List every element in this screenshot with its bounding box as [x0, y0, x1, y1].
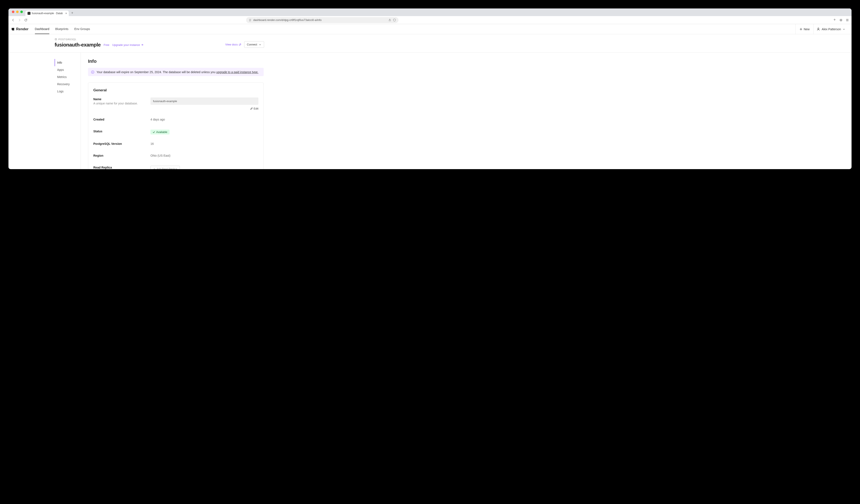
card-title: General	[93, 88, 258, 92]
name-desc: A unique name for your database.	[93, 102, 150, 105]
status-label: Status	[93, 130, 150, 133]
content: Info Your database will expire on Septem…	[81, 53, 851, 169]
maximize-window[interactable]	[20, 11, 23, 13]
info-icon	[91, 70, 95, 74]
external-link-icon	[239, 43, 241, 46]
main-nav: Dashboard Blueprints Env Groups	[35, 24, 90, 34]
sidebar-item-metrics[interactable]: Metrics	[55, 73, 81, 80]
chevron-down-icon	[259, 43, 261, 46]
arrow-right-icon	[141, 43, 144, 46]
upgrade-link-inline[interactable]: upgrade to a paid instance type.	[216, 70, 258, 74]
forward-button[interactable]	[17, 18, 22, 23]
tab-favicon	[28, 12, 30, 15]
created-label: Created	[93, 118, 150, 121]
sidebar-item-info[interactable]: Info	[55, 59, 81, 66]
sidebar-item-apps[interactable]: Apps	[55, 66, 81, 73]
region-label: Region	[93, 154, 150, 157]
alert-text: Your database will expire on September 2…	[97, 70, 258, 74]
browser-toolbar: dashboard.render.com/d/dpg-cr6ff1rqf0us7…	[9, 16, 851, 24]
page-title: Info	[88, 59, 264, 64]
created-value: 4 days ago	[150, 118, 258, 121]
app-header: Render Dashboard Blueprints Env Groups N…	[9, 24, 851, 34]
shield-icon[interactable]	[393, 18, 396, 22]
sidebar-item-recovery[interactable]: Recovery	[55, 80, 81, 88]
user-icon	[817, 28, 820, 31]
render-logo[interactable]: Render	[11, 24, 35, 34]
connect-button[interactable]: Connect	[244, 41, 264, 48]
reload-button[interactable]	[24, 18, 28, 22]
name-input[interactable]	[150, 98, 258, 105]
version-label: PostgreSQL Version	[93, 142, 150, 146]
view-docs-link[interactable]: View docs	[225, 43, 241, 46]
resource-type: POSTGRESQL	[55, 38, 144, 41]
nav-blueprints[interactable]: Blueprints	[55, 24, 68, 34]
back-button[interactable]	[11, 18, 15, 23]
database-icon	[55, 38, 57, 41]
svg-point-3	[55, 39, 57, 39]
resource-title: fusionauth-example	[55, 42, 101, 48]
nav-env-groups[interactable]: Env Groups	[74, 24, 90, 34]
version-value: 16	[150, 142, 258, 146]
address-bar[interactable]: dashboard.render.com/d/dpg-cr6ff1rqf0us7…	[246, 17, 399, 23]
browser-tab[interactable]: fusionauth-example · Datab ×	[25, 11, 69, 16]
pencil-icon	[250, 107, 253, 110]
traffic-lights	[10, 11, 25, 15]
sidebar: Info Apps Metrics Recovery Logs	[9, 53, 81, 169]
sparkle-icon[interactable]	[833, 18, 836, 22]
plus-icon	[800, 28, 802, 31]
new-button[interactable]: New	[796, 24, 814, 34]
close-tab-icon[interactable]: ×	[66, 12, 67, 15]
browser-window: fusionauth-example · Datab × + dashboard…	[9, 9, 851, 169]
tab-title: fusionauth-example · Datab	[32, 12, 63, 15]
hamburger-menu-icon[interactable]	[846, 18, 849, 22]
svg-point-2	[818, 28, 819, 29]
resource-header: POSTGRESQL fusionauth-example Free Upgra…	[9, 34, 851, 53]
plan-badge: Free	[104, 43, 110, 46]
new-tab-button[interactable]: +	[70, 11, 75, 16]
edit-name-button[interactable]: Edit	[250, 107, 258, 110]
sidebar-item-logs[interactable]: Logs	[55, 88, 81, 95]
add-replica-button[interactable]: Add Read Replica	[150, 166, 180, 169]
main-area: Info Apps Metrics Recovery Logs Info You…	[9, 53, 851, 169]
replica-label: Read Replica	[93, 166, 150, 169]
url-text: dashboard.render.com/d/dpg-cr6ff1rqf0us7…	[253, 18, 387, 21]
upgrade-link[interactable]: Upgrade your instance	[112, 43, 144, 46]
general-card: General Name A unique name for your data…	[88, 83, 264, 169]
check-icon	[153, 131, 155, 133]
region-value: Ohio (US East)	[150, 154, 258, 157]
extensions-icon[interactable]	[839, 18, 843, 22]
close-window[interactable]	[12, 11, 14, 13]
browser-tab-bar: fusionauth-example · Datab × +	[9, 9, 851, 16]
brand-text: Render	[16, 27, 29, 31]
svg-point-1	[13, 28, 14, 29]
nav-dashboard[interactable]: Dashboard	[35, 24, 49, 34]
site-settings-icon	[249, 18, 252, 22]
plus-icon	[153, 168, 156, 169]
user-menu[interactable]: Alex Patterson	[814, 24, 848, 34]
share-icon[interactable]	[388, 18, 391, 22]
render-logo-mark	[11, 27, 15, 31]
minimize-window[interactable]	[16, 11, 19, 13]
expiry-alert: Your database will expire on September 2…	[88, 68, 264, 76]
status-badge: Available	[150, 130, 170, 134]
chevron-down-icon	[843, 28, 845, 30]
name-label: Name	[93, 98, 150, 101]
